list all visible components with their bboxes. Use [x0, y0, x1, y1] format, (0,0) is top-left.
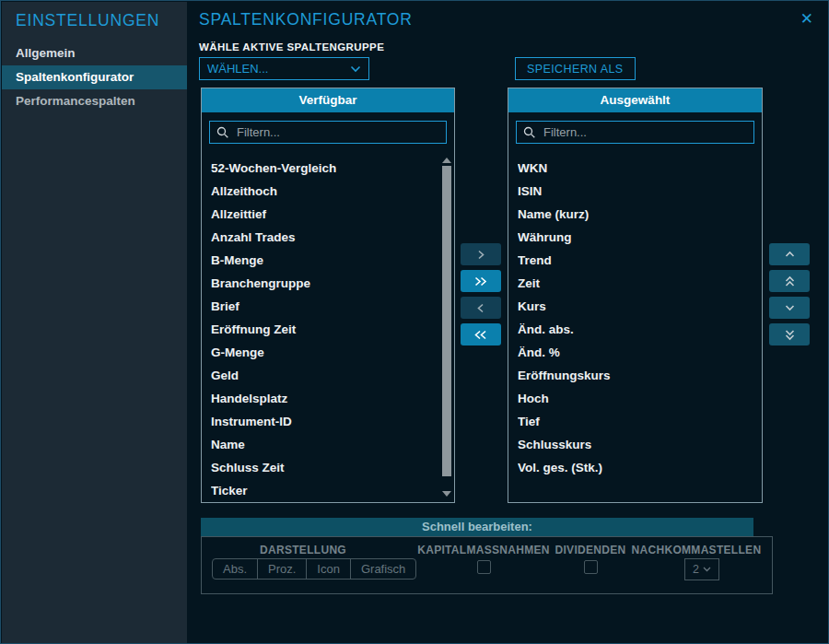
nachkommastellen-label: NACHKOMMASTELLEN: [632, 544, 762, 556]
chevron-down-icon: [703, 567, 711, 572]
selected-filter: [516, 121, 754, 144]
dividenden-checkbox[interactable]: [584, 560, 598, 574]
selected-list-item[interactable]: Trend: [518, 249, 754, 272]
available-list-item[interactable]: Instrument-ID: [211, 410, 439, 433]
selected-list-item[interactable]: WKN: [518, 157, 754, 180]
move-all-left-button[interactable]: [461, 323, 501, 345]
selected-list-item[interactable]: Schlusskurs: [518, 433, 754, 456]
move-bottom-button[interactable]: [769, 323, 810, 345]
selected-filter-input[interactable]: [542, 124, 747, 140]
order-buttons: [769, 243, 810, 345]
chevron-down-icon: [785, 304, 795, 311]
kapitalmassnahmen-checkbox[interactable]: [477, 560, 491, 574]
selected-list-item[interactable]: Kurs: [518, 295, 754, 318]
selected-list-item[interactable]: Name (kurz): [518, 203, 754, 226]
move-up-button[interactable]: [769, 243, 810, 265]
page-title: SPALTENKONFIGURATOR: [199, 10, 413, 29]
sidebar-item-performancespalten[interactable]: Performancespalten: [2, 89, 187, 113]
available-panel: Verfügbar 52-Wochen-Vergleich Allzeithoc…: [201, 88, 455, 503]
active-column-group-label: WÄHLE AKTIVE SPALTENGRUPPE: [199, 41, 384, 53]
available-list-item[interactable]: Ticker: [211, 479, 439, 498]
sidebar-item-allgemein[interactable]: Allgemein: [2, 41, 187, 65]
available-panel-title: Verfügbar: [202, 88, 454, 112]
selected-list-item[interactable]: Währung: [518, 226, 754, 249]
settings-dialog: EINSTELLUNGEN Allgemein Spaltenkonfigura…: [0, 0, 829, 644]
move-down-button[interactable]: [769, 297, 810, 319]
available-list-item[interactable]: Allzeittief: [211, 203, 439, 226]
nachkommastellen-select[interactable]: 2: [684, 558, 719, 580]
nachkommastellen-value: 2: [693, 563, 699, 576]
available-list-item[interactable]: Handelsplatz: [211, 387, 439, 410]
darstellung-segmented-control: Abs. Proz. Icon Grafisch: [212, 558, 416, 580]
scrollbar-thumb[interactable]: [442, 166, 451, 476]
available-list-item[interactable]: Anzahl Trades: [211, 226, 439, 249]
chevron-up-icon: [785, 251, 795, 258]
available-list-item[interactable]: Schluss Zeit: [211, 456, 439, 479]
selected-list-item[interactable]: Vol. ges. (Stk.): [518, 456, 754, 479]
dividenden-label: DIVIDENDEN: [555, 544, 625, 556]
available-list-item[interactable]: 52-Wochen-Vergleich: [211, 157, 439, 180]
selected-list-item[interactable]: Zeit: [518, 272, 754, 295]
sidebar-item-spaltenkonfigurator[interactable]: Spaltenkonfigurator: [2, 65, 187, 89]
available-list-item[interactable]: Brief: [211, 295, 439, 318]
chevrons-up-icon: [785, 275, 795, 287]
selected-panel: Ausgewählt WKN ISIN Name (kurz) Währung …: [508, 88, 763, 503]
selected-list-item[interactable]: Eröffnungskurs: [518, 364, 754, 387]
chevrons-right-icon: [474, 276, 487, 287]
quick-edit-panel: DARSTELLUNG KAPITALMASSNAHMEN DIVIDENDEN…: [201, 536, 773, 594]
selected-list: WKN ISIN Name (kurz) Währung Trend Zeit …: [518, 157, 754, 498]
available-list-item[interactable]: Branchengruppe: [211, 272, 439, 295]
selected-list-item[interactable]: Änd. abs.: [518, 318, 754, 341]
chevrons-left-icon: [474, 330, 487, 340]
chevron-right-icon: [476, 250, 485, 260]
column-group-select-value: WÄHLEN...: [207, 62, 268, 76]
transfer-buttons: [461, 243, 501, 345]
move-right-button[interactable]: [461, 243, 501, 265]
selected-list-item[interactable]: Tief: [518, 410, 754, 433]
save-as-button[interactable]: SPEICHERN ALS: [515, 57, 636, 80]
chevrons-down-icon: [785, 329, 795, 341]
available-list-item[interactable]: Eröffnung Zeit: [211, 318, 439, 341]
settings-sidebar: EINSTELLUNGEN Allgemein Spaltenkonfigura…: [2, 2, 187, 644]
selected-panel-title: Ausgewählt: [508, 88, 762, 112]
available-list: 52-Wochen-Vergleich Allzeithoch Allzeitt…: [211, 157, 439, 498]
close-icon[interactable]: ✕: [800, 9, 813, 29]
darstellung-label: DARSTELLUNG: [260, 544, 346, 556]
available-list-item[interactable]: Name: [211, 433, 439, 456]
darstellung-option-icon[interactable]: Icon: [306, 559, 350, 579]
available-list-item[interactable]: G-Menge: [211, 341, 439, 364]
column-group-select[interactable]: WÄHLEN...: [199, 57, 369, 80]
selected-list-item[interactable]: ISIN: [518, 180, 754, 203]
move-top-button[interactable]: [769, 270, 810, 292]
selected-list-item[interactable]: Hoch: [518, 387, 754, 410]
available-filter-input[interactable]: [235, 124, 439, 140]
scroll-up-arrow-icon[interactable]: [442, 158, 451, 163]
sidebar-title: EINSTELLUNGEN: [16, 11, 159, 30]
search-icon: [523, 126, 536, 139]
kapitalmassnahmen-label: KAPITALMASSNAHMEN: [417, 544, 550, 556]
chevron-left-icon: [476, 303, 485, 313]
search-icon: [216, 126, 229, 139]
available-list-item[interactable]: Geld: [211, 364, 439, 387]
darstellung-option-abs[interactable]: Abs.: [213, 559, 257, 579]
quick-edit-title: Schnell bearbeiten:: [201, 518, 753, 536]
darstellung-option-proz[interactable]: Proz.: [257, 559, 306, 579]
selected-list-item[interactable]: Änd. %: [518, 341, 754, 364]
available-filter: [209, 121, 447, 144]
darstellung-option-grafisch[interactable]: Grafisch: [350, 559, 415, 579]
scroll-down-arrow-icon[interactable]: [442, 491, 451, 497]
available-list-item[interactable]: Allzeithoch: [211, 180, 439, 203]
available-scrollbar[interactable]: [441, 157, 452, 498]
chevron-down-icon: [350, 62, 361, 76]
move-all-right-button[interactable]: [461, 270, 501, 292]
available-list-item[interactable]: B-Menge: [211, 249, 439, 272]
move-left-button[interactable]: [461, 297, 501, 319]
